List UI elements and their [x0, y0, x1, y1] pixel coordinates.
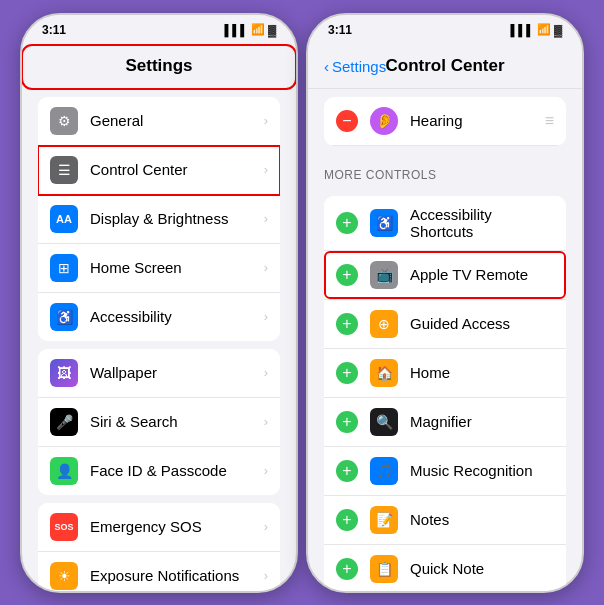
cc-item-apple-tv-remote[interactable]: + 📺 Apple TV Remote: [324, 251, 566, 300]
siri-label: Siri & Search: [90, 413, 264, 430]
music-recognition-add-btn[interactable]: +: [336, 460, 358, 482]
faceid-icon: 👤: [50, 457, 78, 485]
cc-item-guided-access[interactable]: + ⊕ Guided Access: [324, 300, 566, 349]
cc-list[interactable]: − 👂 Hearing ≡ MORE CONTROLS + ♿ Accessib…: [308, 89, 582, 591]
magnifier-add-btn[interactable]: +: [336, 411, 358, 433]
faceid-chevron: ›: [264, 463, 268, 478]
right-battery-icon: ▓: [554, 24, 562, 36]
left-status-bar: 3:11 ▌▌▌ 📶 ▓: [22, 15, 296, 45]
cc-item-magnifier[interactable]: + 🔍 Magnifier: [324, 398, 566, 447]
accessibility-shortcuts-add-btn[interactable]: +: [336, 212, 358, 234]
siri-chevron: ›: [264, 414, 268, 429]
right-wifi-icon: 📶: [537, 23, 551, 36]
cc-item-notes[interactable]: + 📝 Notes: [324, 496, 566, 545]
faceid-label: Face ID & Passcode: [90, 462, 264, 479]
display-chevron: ›: [264, 211, 268, 226]
quick-note-label: Quick Note: [410, 560, 554, 577]
control-center-label: Control Center: [90, 161, 264, 178]
hearing-remove-btn[interactable]: −: [336, 110, 358, 132]
siri-icon: 🎤: [50, 408, 78, 436]
included-controls-group: − 👂 Hearing ≡: [324, 97, 566, 146]
settings-item-wallpaper[interactable]: 🖼 Wallpaper ›: [38, 349, 280, 398]
wallpaper-icon: 🖼: [50, 359, 78, 387]
general-label: General: [90, 112, 264, 129]
cc-item-hearing[interactable]: − 👂 Hearing ≡: [324, 97, 566, 146]
control-center-icon: ☰: [50, 156, 78, 184]
hearing-label: Hearing: [410, 112, 545, 129]
right-status-bar: 3:11 ▌▌▌ 📶 ▓: [308, 15, 582, 45]
back-button[interactable]: ‹ Settings: [324, 58, 386, 75]
settings-item-home-screen[interactable]: ⊞ Home Screen ›: [38, 244, 280, 293]
settings-item-faceid[interactable]: 👤 Face ID & Passcode ›: [38, 447, 280, 495]
control-center-chevron: ›: [264, 162, 268, 177]
left-phone: 3:11 ▌▌▌ 📶 ▓ Settings ⚙ General › ☰ Cont…: [20, 13, 298, 593]
settings-group-3: SOS Emergency SOS › ☀ Exposure Notificat…: [38, 503, 280, 591]
quick-note-icon: 📋: [370, 555, 398, 583]
back-label: Settings: [332, 58, 386, 75]
settings-item-emergency[interactable]: SOS Emergency SOS ›: [38, 503, 280, 552]
right-phone: 3:11 ▌▌▌ 📶 ▓ ‹ Settings Control Center −…: [306, 13, 584, 593]
emergency-chevron: ›: [264, 519, 268, 534]
apple-tv-remote-icon: 📺: [370, 261, 398, 289]
settings-item-accessibility[interactable]: ♿ Accessibility ›: [38, 293, 280, 341]
general-chevron: ›: [264, 113, 268, 128]
hearing-icon: 👂: [370, 107, 398, 135]
settings-list[interactable]: ⚙ General › ☰ Control Center › AA Displa…: [22, 89, 296, 591]
right-status-icons: ▌▌▌ 📶 ▓: [511, 23, 562, 36]
apple-tv-remote-label: Apple TV Remote: [410, 266, 554, 283]
settings-item-display[interactable]: AA Display & Brightness ›: [38, 195, 280, 244]
accessibility-label: Accessibility: [90, 308, 264, 325]
wallpaper-chevron: ›: [264, 365, 268, 380]
drag-handle-icon: ≡: [545, 112, 554, 130]
quick-note-add-btn[interactable]: +: [336, 558, 358, 580]
home-screen-chevron: ›: [264, 260, 268, 275]
accessibility-chevron: ›: [264, 309, 268, 324]
cc-item-home[interactable]: + 🏠 Home: [324, 349, 566, 398]
accessibility-shortcuts-icon: ♿: [370, 209, 398, 237]
phones-container: 3:11 ▌▌▌ 📶 ▓ Settings ⚙ General › ☰ Cont…: [20, 13, 584, 593]
left-time: 3:11: [42, 23, 66, 37]
left-status-icons: ▌▌▌ 📶 ▓: [225, 23, 276, 36]
exposure-label: Exposure Notifications: [90, 567, 264, 584]
wallpaper-label: Wallpaper: [90, 364, 264, 381]
right-signal-icon: ▌▌▌: [511, 24, 534, 36]
settings-title: Settings: [125, 56, 192, 76]
settings-item-siri[interactable]: 🎤 Siri & Search ›: [38, 398, 280, 447]
home-label: Home: [410, 364, 554, 381]
settings-item-control-center[interactable]: ☰ Control Center ›: [38, 146, 280, 195]
apple-tv-remote-add-btn[interactable]: +: [336, 264, 358, 286]
settings-item-general[interactable]: ⚙ General ›: [38, 97, 280, 146]
notes-label: Notes: [410, 511, 554, 528]
magnifier-icon: 🔍: [370, 408, 398, 436]
exposure-chevron: ›: [264, 568, 268, 583]
home-add-btn[interactable]: +: [336, 362, 358, 384]
accessibility-shortcuts-label: Accessibility Shortcuts: [410, 206, 554, 240]
settings-item-exposure[interactable]: ☀ Exposure Notifications ›: [38, 552, 280, 591]
general-icon: ⚙: [50, 107, 78, 135]
notes-add-btn[interactable]: +: [336, 509, 358, 531]
home-icon: 🏠: [370, 359, 398, 387]
magnifier-label: Magnifier: [410, 413, 554, 430]
home-screen-icon: ⊞: [50, 254, 78, 282]
guided-access-label: Guided Access: [410, 315, 554, 332]
cc-item-music-recognition[interactable]: + 🎵 Music Recognition: [324, 447, 566, 496]
cc-title: Control Center: [386, 56, 505, 76]
settings-nav-bar: Settings: [22, 45, 296, 89]
accessibility-icon: ♿: [50, 303, 78, 331]
cc-item-quick-note[interactable]: + 📋 Quick Note: [324, 545, 566, 591]
home-screen-label: Home Screen: [90, 259, 264, 276]
exposure-icon: ☀: [50, 562, 78, 590]
emergency-icon: SOS: [50, 513, 78, 541]
music-recognition-label: Music Recognition: [410, 462, 554, 479]
guided-access-icon: ⊕: [370, 310, 398, 338]
more-controls-group: + ♿ Accessibility Shortcuts + 📺 Apple TV…: [324, 196, 566, 591]
more-controls-header: MORE CONTROLS: [308, 154, 582, 188]
notes-icon: 📝: [370, 506, 398, 534]
display-label: Display & Brightness: [90, 210, 264, 227]
emergency-label: Emergency SOS: [90, 518, 264, 535]
cc-item-accessibility-shortcuts[interactable]: + ♿ Accessibility Shortcuts: [324, 196, 566, 251]
guided-access-add-btn[interactable]: +: [336, 313, 358, 335]
wifi-icon: 📶: [251, 23, 265, 36]
cc-nav-bar: ‹ Settings Control Center: [308, 45, 582, 89]
battery-icon: ▓: [268, 24, 276, 36]
